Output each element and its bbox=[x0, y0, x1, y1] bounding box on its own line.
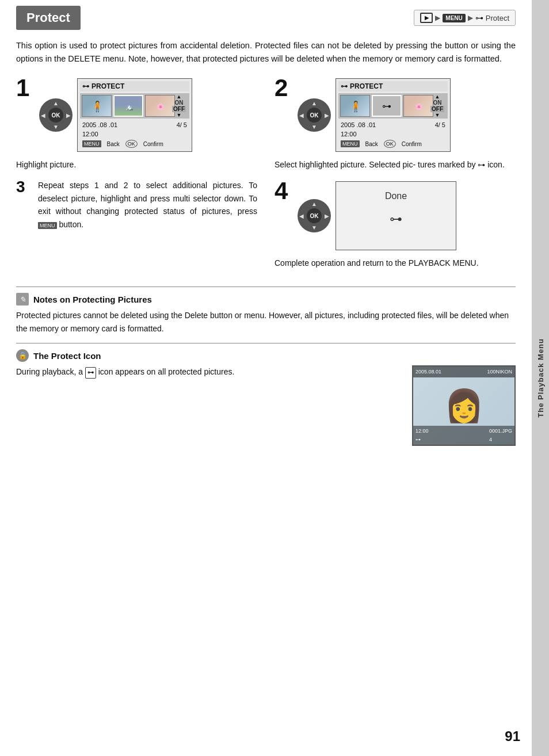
dpad-center-4: OK bbox=[307, 208, 322, 223]
key-symbol-dialog: ⊶ bbox=[390, 212, 402, 227]
protect-key-bottom: ⊶ bbox=[415, 436, 429, 444]
screen-2-header: ⊶ PROTECT bbox=[338, 81, 448, 91]
intro-paragraph: This option is used to protect pictures … bbox=[16, 39, 516, 66]
on-off-block-2: ▲ ON OFF ▼ bbox=[430, 94, 444, 118]
playback-filename: 0001.JPG bbox=[489, 427, 512, 435]
step-3: 3 Repeat steps 1 and 2 to select additio… bbox=[16, 179, 257, 269]
notes-body: Protected pictures cannot be deleted usi… bbox=[16, 309, 516, 335]
on-label-1: ON bbox=[175, 100, 184, 106]
playback-top-overlay: 2005.08.01 100NIKON bbox=[413, 366, 514, 377]
thumbnails-wrapper-2: 🧍 ⊶ 🌸 ▲ ON bbox=[338, 93, 448, 119]
key-icon-thumb: ⊶ bbox=[382, 101, 391, 112]
dpad-left-1: ◀ bbox=[41, 112, 45, 119]
ok-small-2: OK bbox=[384, 140, 396, 148]
playback-time: 12:00 bbox=[415, 427, 429, 435]
key-icon-breadcrumb: ⊶ bbox=[475, 13, 483, 22]
playback-person: 👩 bbox=[444, 380, 484, 431]
dpad-left-2: ◀ bbox=[299, 112, 304, 119]
breadcrumb-arrow1: ▶ bbox=[435, 14, 440, 22]
arrow-down-1: ▼ bbox=[177, 112, 182, 118]
playback-bottom-right: 0001.JPG 4 bbox=[489, 427, 512, 444]
screen-1-time: 12:00 bbox=[82, 131, 98, 138]
step-1-header: 1 ▲ ▼ ◀ ▶ OK ⊶ PROTECT bbox=[16, 76, 257, 152]
playback-frame: 4 bbox=[489, 436, 512, 444]
screen-1-title: PROTECT bbox=[92, 82, 124, 90]
step-3-text: Repeat steps 1 and 2 to select additiona… bbox=[38, 179, 257, 231]
screen-2-fraction: 4/ 5 bbox=[435, 121, 445, 128]
step-1-dpad-area: ▲ ▼ ◀ ▶ OK ⊶ PROTECT bbox=[39, 78, 192, 152]
screen-2-date: 2005 .08 .01 bbox=[341, 121, 376, 128]
step-1-number: 1 bbox=[16, 76, 33, 100]
arrow-down-2: ▼ bbox=[435, 112, 440, 118]
protect-icon-header: 🔒 The Protect Icon bbox=[16, 349, 516, 362]
thumb-1a: 🧍 bbox=[82, 95, 112, 117]
thumb-flower-1: 🌸 bbox=[146, 96, 175, 117]
step-1-caption: Highlight picture. bbox=[16, 159, 257, 171]
thumb-1b: 🏔️ bbox=[113, 95, 143, 117]
thumb-2b: ⊶ bbox=[372, 95, 402, 117]
screen-1-fraction: 4/ 5 bbox=[177, 121, 187, 128]
steps-grid-bottom: 3 Repeat steps 1 and 2 to select additio… bbox=[16, 179, 516, 269]
step-2-header: 2 ▲ ▼ ◀ ▶ OK ⊶ PROTECT bbox=[274, 76, 516, 152]
on-off-block-1: ▲ ON OFF ▼ bbox=[172, 94, 186, 118]
playback-preview: 2005.08.01 100NIKON 👩 12:00 ⊶ 0001.JPG 4 bbox=[412, 365, 516, 446]
step-4-caption: Complete operation and return to the PLA… bbox=[274, 257, 516, 269]
dpad-right-2: ▶ bbox=[325, 112, 329, 119]
menu-small-2: MENU bbox=[341, 140, 360, 147]
notes-icon: ✎ bbox=[16, 293, 29, 306]
screen-1-time-row: 12:00 bbox=[80, 129, 189, 139]
key-icon-1: ⊶ bbox=[82, 82, 89, 90]
thumb-person-2: 🧍 bbox=[341, 96, 370, 117]
dpad-left-4: ◀ bbox=[299, 213, 304, 219]
playback-icon: ▶ bbox=[420, 13, 433, 23]
done-dialog: Done ⊶ bbox=[336, 181, 456, 250]
step-4: 4 ▲ ▼ ◀ ▶ OK Done ⊶ Complete bbox=[274, 179, 516, 269]
playback-bottom-overlay: 12:00 ⊶ 0001.JPG 4 bbox=[413, 426, 514, 445]
ok-small-1: OK bbox=[125, 140, 138, 148]
screen-2-footer: MENU Back OK Confirm bbox=[338, 139, 448, 149]
confirm-label-2: Confirm bbox=[402, 141, 422, 147]
screen-1-header: ⊶ PROTECT bbox=[80, 81, 189, 91]
sidebar-tab: The Playback Menu bbox=[532, 0, 549, 756]
step-3-number: 3 bbox=[16, 179, 33, 195]
dpad-down-1: ▼ bbox=[53, 124, 59, 130]
menu-icon: MENU bbox=[443, 14, 465, 22]
camera-screen-2: ⊶ PROTECT 🧍 ⊶ bbox=[336, 78, 451, 152]
thumbnails-wrapper-1: 🧍 🏔️ 🌸 ▲ ON bbox=[80, 93, 189, 119]
menu-small-1: MENU bbox=[82, 140, 101, 147]
playback-date: 2005.08.01 bbox=[415, 368, 441, 376]
step-1: 1 ▲ ▼ ◀ ▶ OK ⊶ PROTECT bbox=[16, 76, 257, 171]
dpad-down-2: ▼ bbox=[311, 124, 317, 130]
on-label-2: ON bbox=[433, 100, 442, 106]
sidebar-label: The Playback Menu bbox=[536, 338, 545, 418]
camera-screen-1: ⊶ PROTECT 🧍 🏔️ bbox=[77, 78, 192, 152]
arrow-up-2: ▲ bbox=[435, 94, 440, 100]
protect-icon-badge: 🔒 bbox=[16, 349, 29, 362]
screen-2-time: 12:00 bbox=[341, 131, 357, 138]
confirm-label-1: Confirm bbox=[143, 141, 163, 147]
steps-grid-top: 1 ▲ ▼ ◀ ▶ OK ⊶ PROTECT bbox=[16, 76, 516, 171]
screen-2-time-row: 12:00 bbox=[338, 129, 448, 139]
dpad-2: ▲ ▼ ◀ ▶ OK bbox=[298, 98, 331, 132]
back-label-1: Back bbox=[107, 141, 120, 147]
dpad-center-1: OK bbox=[48, 108, 63, 123]
step-2-number: 2 bbox=[274, 76, 292, 100]
thumb-2a: 🧍 bbox=[340, 95, 370, 117]
screen-1-footer: MENU Back OK Confirm bbox=[80, 139, 189, 149]
playback-preview-inner: 2005.08.01 100NIKON 👩 12:00 ⊶ 0001.JPG 4 bbox=[413, 366, 514, 445]
notes-header: ✎ Notes on Protecting Pictures bbox=[16, 293, 516, 306]
thumb-2c: 🌸 bbox=[403, 95, 433, 117]
page-title-box: Protect bbox=[16, 6, 81, 30]
screen-2-title: PROTECT bbox=[350, 82, 383, 90]
key-sym-caption: ⊶ bbox=[478, 159, 485, 171]
back-label-2: Back bbox=[365, 141, 378, 147]
step-4-number: 4 bbox=[274, 179, 292, 203]
breadcrumb-arrow2: ▶ bbox=[468, 14, 473, 22]
thumb-flower-2: 🌸 bbox=[404, 96, 433, 117]
notes-section: ✎ Notes on Protecting Pictures Protected… bbox=[16, 287, 516, 335]
breadcrumb: ▶ ▶ MENU ▶ ⊶ Protect bbox=[414, 10, 516, 26]
thumb-person-1: 🧍 bbox=[82, 96, 112, 117]
dpad-down-4: ▼ bbox=[311, 224, 317, 231]
protect-icon-body: During playback, a ⊶ icon appears on all… bbox=[16, 365, 516, 446]
breadcrumb-page-label: Protect bbox=[486, 14, 509, 22]
